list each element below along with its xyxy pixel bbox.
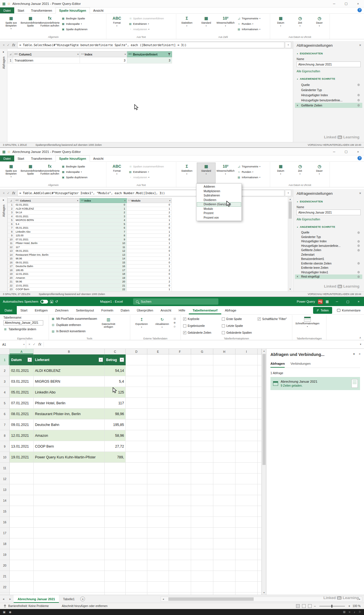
grid-cell[interactable]	[126, 398, 147, 409]
tray-network-icon[interactable]: ≈	[349, 610, 351, 614]
accessibility-status[interactable]: Barrierefreiheit: Keine Probleme	[3, 604, 49, 608]
grid-cell[interactable]: Power Query Kurs Kuhn-Martin-Pfister	[34, 452, 105, 463]
step-settings-icon[interactable]	[357, 83, 360, 86]
page-break-view-icon[interactable]	[308, 604, 312, 608]
grid-cell[interactable]	[10, 506, 34, 517]
table-cell[interactable]: 5	[80, 222, 127, 226]
grid-cell[interactable]	[126, 560, 147, 571]
grid-cell[interactable]	[169, 365, 191, 376]
table-cell[interactable]: 2	[127, 234, 172, 238]
grid-cell[interactable]	[169, 582, 191, 593]
grid-cell[interactable]	[213, 430, 235, 441]
grid-cell[interactable]	[147, 430, 169, 441]
grid-cell[interactable]	[235, 365, 258, 376]
grid-cell[interactable]	[235, 593, 258, 595]
ribbon-button-analysieren[interactable]: ◔Analysieren▾	[129, 27, 149, 32]
scrollbar-thumb[interactable]	[168, 597, 254, 601]
grid-cell[interactable]: 13.01.2021	[10, 441, 34, 452]
grid-cell[interactable]	[169, 463, 191, 473]
grid-cell[interactable]	[235, 419, 258, 430]
panel-close-icon[interactable]: ×	[359, 43, 361, 47]
column-header-g[interactable]: G	[191, 349, 213, 354]
scroll-up-icon[interactable]: ▲	[262, 349, 266, 353]
grid-cell[interactable]	[147, 495, 169, 506]
grid-cell[interactable]	[235, 517, 258, 528]
filter-applied-icon[interactable]	[168, 53, 171, 56]
zoom-out-icon[interactable]: −	[314, 604, 316, 608]
scrollbar-thumb[interactable]	[289, 202, 292, 219]
tab-verbindungen[interactable]: Verbindungen	[290, 362, 311, 368]
cancel-icon[interactable]: ×	[3, 191, 5, 195]
table-cell[interactable]: 9	[80, 238, 127, 242]
step-settings-icon[interactable]	[357, 244, 360, 247]
select-all-corner[interactable]	[7, 51, 13, 57]
table-cell[interactable]: 2	[127, 280, 172, 284]
column-filter-icon[interactable]: ▾	[125, 53, 126, 56]
grid-cell[interactable]	[34, 538, 105, 549]
expand-queries-icon[interactable]: ▸	[0, 197, 7, 201]
table-cell[interactable]: 3	[80, 215, 127, 219]
table-cell[interactable]: 7	[80, 230, 127, 234]
table-cell[interactable]: Pfister Hotel, Berlin	[14, 241, 80, 245]
table-cell[interactable]: 54.14	[14, 211, 80, 215]
grid-cell[interactable]	[126, 593, 147, 595]
name-box[interactable]: A1▾	[0, 340, 26, 348]
steps-section-header[interactable]: ▲ANGEWENDETE SCHRITTE	[297, 226, 361, 228]
table-cell[interactable]: 15	[80, 261, 127, 265]
applied-step-entfernte-oberste-zeilen[interactable]: Entfernte oberste Zeilen	[295, 261, 362, 266]
row-header-9[interactable]: 9	[0, 441, 10, 452]
ribbon-button-dauer[interactable]: ◷Dauer▾	[310, 163, 329, 183]
grid-cell[interactable]	[147, 506, 169, 517]
option-letzte-spalte[interactable]: Letzte Spalte	[222, 323, 255, 329]
column-filter-icon[interactable]: ▾	[77, 53, 78, 56]
ribbon-button-zeit[interactable]: ◷Zeit▾	[291, 15, 309, 35]
tab-transformieren[interactable]: Transformieren	[28, 155, 55, 161]
refresh-button[interactable]: ↻Aktualisieren▾	[153, 316, 171, 336]
table-cell[interactable]: 20	[80, 280, 127, 284]
grid-cell[interactable]	[105, 484, 126, 495]
grid-cell[interactable]	[34, 473, 105, 484]
ribbon-button-runden[interactable]: ≈Runden▾	[237, 169, 253, 174]
table-cell[interactable]: 08.01.2021	[14, 249, 80, 253]
applied-step-gefilterte-zeilen[interactable]: ×Gefilterte Zeilen	[295, 103, 362, 108]
grid-cell[interactable]	[213, 409, 235, 419]
grid-cell[interactable]	[235, 430, 258, 441]
grid-cell[interactable]	[191, 549, 213, 560]
grid-cell[interactable]: 54,14	[105, 365, 126, 376]
grid-cell[interactable]	[191, 365, 213, 376]
grid-cell[interactable]	[10, 560, 34, 571]
comments-button[interactable]: Kommentare	[334, 306, 364, 315]
grid-cell[interactable]	[191, 409, 213, 419]
grid-cell[interactable]	[235, 409, 258, 419]
option-ergebniszeile[interactable]: Ergebniszeile	[183, 323, 220, 329]
grid-cell[interactable]	[191, 484, 213, 495]
grid-cell[interactable]	[147, 398, 169, 409]
grid-cell[interactable]	[213, 571, 235, 582]
grid-cell[interactable]	[126, 365, 147, 376]
grid-cell[interactable]	[191, 528, 213, 538]
grid-cell[interactable]	[191, 582, 213, 593]
table-cell[interactable]: 1	[127, 265, 172, 268]
grid-cell[interactable]	[191, 387, 213, 398]
applied-step-entfernte-leere-zeilen[interactable]: Entfernte leere Zeilen	[295, 266, 362, 270]
grid-cell[interactable]	[235, 538, 258, 549]
grid-cell[interactable]	[169, 387, 191, 398]
grid-cell[interactable]	[169, 593, 191, 595]
tab-zeichnen[interactable]: Zeichnen	[51, 306, 72, 314]
grid-cell[interactable]	[10, 495, 34, 506]
row-header-23[interactable]: 23	[0, 593, 10, 595]
all-properties-link[interactable]: Alle Eigenschaften	[297, 218, 361, 221]
grid-cell[interactable]	[191, 419, 213, 430]
resize-table-button[interactable]: ⊞Tabellengröße ändern	[3, 327, 43, 332]
grid-cell[interactable]	[126, 463, 147, 473]
table-cell[interactable]: 10	[80, 241, 127, 245]
table-cell[interactable]: 0	[127, 226, 172, 230]
ribbon-button-extrahieren[interactable]: ▤Extrahieren▾	[129, 21, 149, 26]
grid-cell[interactable]	[169, 419, 191, 430]
column-header-c[interactable]: C	[105, 349, 126, 354]
grid-cell[interactable]: 02.01.2021	[10, 365, 34, 376]
table-cell[interactable]: COOP Bern	[14, 288, 80, 291]
table-header-cell-betrag[interactable]: Betrag▼	[105, 354, 126, 365]
ribbon-button-bedingte-spalte[interactable]: ▦Bedingte Spalte	[61, 164, 85, 169]
grid-cell[interactable]	[213, 549, 235, 560]
